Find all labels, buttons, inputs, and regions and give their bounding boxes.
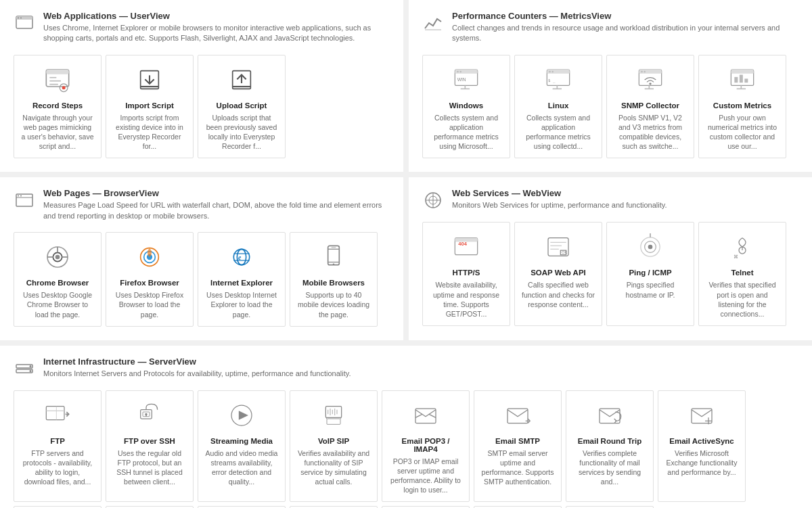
card-internet-explorer[interactable]: e Internet Explorer Uses Desktop Interne…: [198, 232, 286, 327]
svg-text:⌘: ⌘: [734, 254, 738, 259]
card-title-https: HTTP/S: [453, 269, 480, 277]
card-title-email-pop3: Email POP3 / IMAP4: [389, 437, 462, 453]
svg-point-48: [18, 195, 19, 197]
perf-icon: [422, 12, 444, 34]
card-desc-ping-ws: Pings specified hostname or IP.: [614, 280, 687, 299]
card-email-activesync[interactable]: Email ActiveSync Verifies Microsoft Exch…: [658, 390, 746, 503]
section-title-web-services: Web Services — WebView: [452, 188, 667, 198]
card-soap-web-api[interactable]: OK SOAP Web API Calls specified web func…: [514, 222, 602, 326]
card-desc-linux: Collects system and application performa…: [522, 113, 595, 152]
section-desc-web-pages: Measures Page Load Speed for URL with wa…: [43, 200, 390, 221]
svg-line-113: [429, 414, 436, 417]
http-icon: 404: [450, 231, 482, 263]
upload-script-icon: [225, 64, 258, 96]
card-telnet-ws[interactable]: ⌘ Telnet Verifies that specified port is…: [698, 222, 786, 326]
telnet-ws-icon: ⌘: [726, 231, 759, 263]
web-services-section: Web Services — WebView Monitors Web Serv…: [409, 177, 812, 340]
section-title-web-apps: Web Applications — UserView: [43, 11, 390, 21]
voip-icon: [317, 399, 350, 432]
card-desc-upload-script: Uploads script that been previously save…: [205, 113, 278, 152]
svg-point-10: [62, 86, 66, 89]
card-record-steps[interactable]: Record Steps Navigate through your web p…: [14, 55, 102, 159]
card-email-smtp[interactable]: Email SMTP SMTP email server uptime and …: [474, 390, 562, 503]
section-desc-infra: Monitors Internet Servers and Protocols …: [43, 369, 351, 379]
card-snmp[interactable]: SNMP Collector Pools SNMP V1, V2 and V3 …: [606, 55, 694, 159]
svg-point-27: [549, 70, 551, 72]
svg-point-59: [233, 250, 249, 265]
section-title-group-web-pages: Web Pages — BrowserView Measures Page Lo…: [43, 188, 390, 221]
card-desc-custom-metrics: Push your own numerical metrics into cus…: [706, 113, 779, 152]
performance-counters-section: Performance Counters — MetricsView Colle…: [409, 0, 812, 172]
card-desc-windows: Collects system and application performa…: [430, 113, 503, 152]
email-activesync-icon: [685, 399, 718, 432]
section-desc-web-apps: Uses Chrome, Internet Explorer or mobile…: [43, 23, 390, 44]
card-linux[interactable]: $ _ Linux Collects system and applicatio…: [514, 55, 602, 159]
card-desc-https: Website availability, uptime and respons…: [430, 280, 503, 319]
card-title-voip: VoIP SIP: [318, 437, 349, 445]
card-windows[interactable]: WIN Windows Collects system and applicat…: [422, 55, 510, 159]
svg-point-34: [641, 70, 643, 72]
card-title-chrome: Chrome Browser: [26, 279, 89, 287]
card-title-snmp: SNMP Collector: [621, 101, 679, 110]
card-https[interactable]: 404 HTTP/S Website availability, uptime …: [422, 222, 510, 326]
card-title-email-round: Email Round Trip: [578, 437, 642, 445]
web-applications-section: Web Applications — UserView Uses Chrome,…: [0, 0, 403, 172]
section-title-group-infra: Internet Infrastructure — ServerView Mon…: [43, 356, 351, 379]
card-ftp-ssh[interactable]: FTP over SSH Uses the regular old FTP pr…: [106, 390, 194, 503]
card-desc-email-smtp: SMTP email server uptime and performance…: [481, 448, 554, 487]
card-desc-email-active: Verifies Microsoft Exchange functionalit…: [665, 448, 738, 478]
card-streaming[interactable]: Streaming Media Audio and video media st…: [198, 390, 286, 503]
card-title-linux: Linux: [548, 101, 569, 110]
card-custom-metrics[interactable]: Custom Metrics Push your own numerical m…: [698, 55, 786, 159]
card-email-round-trip[interactable]: Email Round Trip Verifies complete funct…: [566, 390, 654, 503]
svg-point-20: [457, 70, 459, 72]
streaming-icon: [225, 399, 258, 432]
ping-ws-icon: [634, 231, 667, 263]
card-voip[interactable]: VoIP SIP Verifies availability and funct…: [290, 390, 378, 503]
section-header-web-pages: Web Pages — BrowserView Measures Page Lo…: [14, 188, 390, 221]
svg-text:404: 404: [458, 241, 467, 248]
svg-text:$ _: $ _: [548, 78, 556, 83]
svg-point-36: [649, 83, 651, 85]
svg-point-35: [644, 70, 646, 72]
section-title-group-perf: Performance Counters — MetricsView Colle…: [452, 11, 798, 44]
card-title-email-active: Email ActiveSync: [669, 437, 734, 445]
card-desc-ie: Uses Desktop Internet Explorer to load t…: [205, 290, 278, 319]
cards-grid-web-services: 404 HTTP/S Website availability, uptime …: [422, 222, 798, 326]
card-chrome-browser[interactable]: Chrome Browser Uses Desktop Google Chrom…: [14, 232, 102, 327]
section-desc-web-services: Monitors Web Services for uptime, perfor…: [452, 200, 667, 210]
card-desc-mobile: Supports up to 40 mobile devices loading…: [297, 290, 370, 319]
card-title-streaming: Streaming Media: [210, 437, 273, 445]
snmp-icon: [634, 64, 667, 96]
section-title-web-pages: Web Pages — BrowserView: [43, 188, 390, 198]
middle-sections-row: Web Pages — BrowserView Measures Page Lo…: [0, 177, 812, 340]
card-email-pop3[interactable]: Email POP3 / IMAP4 POP3 or IMAP email se…: [382, 390, 470, 503]
svg-point-90: [30, 365, 32, 367]
svg-rect-41: [734, 77, 738, 83]
firefox-icon: [133, 241, 166, 273]
card-title-mobile: Mobile Browsers: [302, 279, 365, 287]
linux-icon: $ _: [542, 64, 574, 96]
page-container: Web Applications — UserView Uses Chrome,…: [0, 0, 812, 508]
ftp-icon: [41, 399, 74, 432]
card-title-soap: SOAP Web API: [531, 269, 586, 277]
svg-point-3: [20, 18, 22, 19]
section-header-web-services: Web Services — WebView Monitors Web Serv…: [422, 188, 798, 211]
card-upload-script[interactable]: Upload Script Uploads script that been p…: [198, 55, 286, 159]
custom-metrics-icon: [726, 64, 759, 96]
cards-grid-web-apps: Record Steps Navigate through your web p…: [14, 55, 390, 159]
svg-point-28: [551, 70, 554, 72]
svg-text:WIN: WIN: [457, 76, 466, 81]
svg-rect-92: [46, 406, 64, 419]
record-steps-icon: [41, 64, 74, 96]
section-header-infra: Internet Infrastructure — ServerView Mon…: [14, 356, 798, 379]
svg-text:e: e: [238, 254, 242, 261]
card-desc-ftp-ssh: Uses the regular old FTP protocol, but a…: [113, 448, 186, 487]
section-header-perf: Performance Counters — MetricsView Colle…: [422, 11, 798, 44]
card-import-script[interactable]: Import Script Imports script from existi…: [106, 55, 194, 159]
card-desc-record-steps: Navigate through your web pages mimickin…: [21, 113, 94, 152]
card-ftp[interactable]: FTP FTP servers and protocols - availabi…: [14, 390, 102, 503]
card-ping-icmp-ws[interactable]: Ping / ICMP Pings specified hostname or …: [606, 222, 694, 326]
card-firefox-browser[interactable]: Firefox Browser Uses Desktop Firefox Bro…: [106, 232, 194, 327]
card-mobile-browsers[interactable]: Mobile Browsers Supports up to 40 mobile…: [290, 232, 378, 327]
